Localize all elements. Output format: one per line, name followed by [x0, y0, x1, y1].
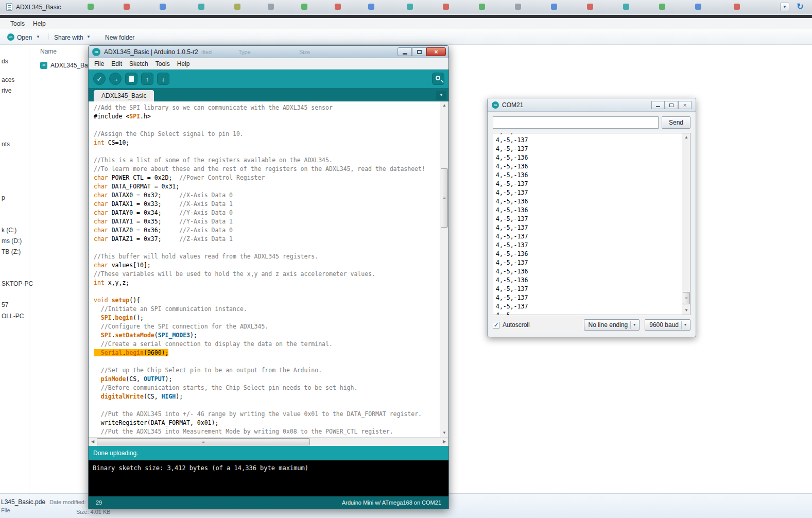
- desktop: ADXL345_Basic ▼ ↻ Tools Help ∞ Open ▼ | …: [0, 0, 812, 518]
- maximize-icon: [417, 50, 422, 54]
- desktop-icon: [368, 4, 374, 10]
- column-header-name[interactable]: Name: [40, 48, 57, 55]
- desktop-icon: [160, 4, 166, 10]
- chevron-down-icon[interactable]: ▼: [780, 3, 789, 11]
- nav-item[interactable]: nts: [2, 141, 10, 148]
- ide-menu-edit[interactable]: Edit: [108, 59, 126, 68]
- line-number: 29: [96, 499, 102, 506]
- desktop-icon: [695, 4, 701, 10]
- tab-sketch[interactable]: ADXL345_Basic: [94, 90, 154, 101]
- new-page-icon: [129, 76, 134, 82]
- arduino-app-icon: ∞: [7, 33, 14, 41]
- explorer-titlebar: ADXL345_Basic ▼ ↻: [0, 0, 812, 14]
- serial-monitor-button[interactable]: [432, 73, 444, 85]
- explorer-command-bar: ∞ Open ▼ | Share with ▼ New folder: [0, 30, 812, 45]
- arduino-logo-icon: ∞: [92, 48, 100, 56]
- explorer-window-title: ADXL345_Basic: [16, 4, 61, 11]
- tab-menu-button[interactable]: ▼: [436, 91, 446, 100]
- editor-horizontal-scrollbar[interactable]: ◀ ≡ ▶: [89, 437, 448, 446]
- nav-item[interactable]: k (C:): [2, 227, 16, 234]
- serial-line: 4,-5,-137: [496, 258, 681, 267]
- file-row[interactable]: ∞ ADXL345_Bas: [40, 62, 91, 69]
- serial-line: 4,-5,-137: [496, 302, 681, 311]
- serial-line: 4,-5,-136: [496, 250, 681, 258]
- scroll-down-icon[interactable]: ▼: [682, 306, 690, 315]
- right-arrow-icon: →: [112, 75, 119, 83]
- refresh-icon[interactable]: ↻: [794, 2, 806, 12]
- nav-item[interactable]: TB (Z:): [2, 248, 21, 255]
- serial-line: 4,-5,-136: [496, 162, 681, 171]
- desktop-icon: [407, 4, 413, 10]
- baud-select[interactable]: 9600 baud ▼: [645, 319, 690, 331]
- nav-item[interactable]: p: [2, 194, 5, 201]
- console-line: Binary sketch size: 3,412 bytes (of a 14…: [93, 464, 444, 472]
- ghost-column: Size: [299, 49, 310, 55]
- arduino-logo-icon: ∞: [492, 101, 499, 109]
- toolbar-separator: |: [47, 32, 49, 40]
- serial-line: 4,-5,-137: [496, 241, 681, 250]
- scroll-right-icon[interactable]: ▶: [440, 438, 448, 446]
- upload-button[interactable]: →: [109, 73, 122, 85]
- open-sketch-button[interactable]: ↑: [141, 73, 153, 85]
- scroll-up-icon[interactable]: ▲: [682, 133, 690, 142]
- chevron-down-icon[interactable]: ▼: [36, 34, 40, 39]
- minimize-button[interactable]: [651, 101, 665, 109]
- scroll-up-icon[interactable]: ▲: [440, 101, 448, 110]
- menu-help[interactable]: Help: [33, 20, 46, 27]
- desktop-icon: [587, 4, 593, 10]
- scrollbar-thumb[interactable]: ≡: [441, 168, 448, 228]
- sketch-file-icon: ∞: [40, 62, 47, 69]
- ide-menu-help[interactable]: Help: [174, 59, 194, 68]
- details-type: File: [1, 507, 10, 513]
- serial-window-title: COM21: [502, 101, 523, 109]
- chevron-down-icon: ▼: [681, 321, 689, 329]
- scrollbar-thumb[interactable]: ≡: [683, 292, 690, 304]
- nav-item[interactable]: rive: [2, 87, 11, 94]
- nav-item[interactable]: 57: [2, 301, 8, 308]
- share-with-button[interactable]: Share with: [54, 34, 83, 41]
- explorer-nav-pane: ds aces rive nts p k (C:) ms (D:) TB (Z:…: [0, 45, 29, 493]
- ide-menu-sketch[interactable]: Sketch: [126, 59, 152, 68]
- serial-input[interactable]: [493, 116, 659, 129]
- serial-line: 4,-5,-137: [496, 188, 681, 197]
- scrollbar-thumb[interactable]: ≡: [97, 438, 310, 445]
- serial-lines: 4,-5,-1374,-5,-1374,-5,-1374,-5,-1364,-5…: [496, 133, 681, 315]
- line-ending-select[interactable]: No line ending ▼: [584, 319, 640, 331]
- serial-scrollbar[interactable]: ▲ ≡ ▼: [682, 133, 690, 315]
- scroll-left-icon[interactable]: ◀: [89, 438, 97, 446]
- nav-item[interactable]: ds: [2, 58, 8, 65]
- menu-tools[interactable]: Tools: [10, 20, 25, 27]
- minimize-button[interactable]: [398, 47, 412, 56]
- nav-item[interactable]: ms (D:): [2, 237, 22, 245]
- ide-menu-tools[interactable]: Tools: [152, 59, 174, 68]
- board-port-label: Arduino Mini w/ ATmega168 on COM21: [342, 499, 441, 506]
- close-button[interactable]: ×: [678, 101, 692, 109]
- nav-item[interactable]: aces: [2, 76, 14, 83]
- desktop-icon: [301, 4, 307, 10]
- chevron-down-icon[interactable]: ▼: [87, 34, 91, 39]
- serial-titlebar: ∞ COM21 ×: [488, 98, 696, 112]
- editor-vertical-scrollbar[interactable]: ▲ ≡ ▼: [440, 101, 448, 437]
- code-editor[interactable]: //Add the SPI library so we can communic…: [89, 101, 448, 437]
- save-sketch-button[interactable]: ↓: [157, 73, 169, 85]
- ide-console: Binary sketch size: 3,412 bytes (of a 14…: [89, 460, 448, 496]
- new-folder-button[interactable]: New folder: [105, 34, 134, 41]
- send-button[interactable]: Send: [662, 116, 690, 129]
- autoscroll-checkbox[interactable]: ✓: [493, 322, 499, 329]
- scroll-down-icon[interactable]: ▼: [440, 429, 448, 437]
- new-sketch-button[interactable]: [125, 73, 137, 85]
- nav-item[interactable]: SKTOP-PC: [2, 280, 33, 287]
- serial-output: 4,-5,-1374,-5,-1374,-5,-1374,-5,-1364,-5…: [493, 133, 690, 315]
- maximize-icon: [669, 103, 673, 107]
- close-button[interactable]: ×: [426, 47, 446, 56]
- maximize-button[interactable]: [665, 101, 678, 109]
- ide-status-message: Done uploading.: [89, 446, 448, 460]
- ide-menu-file[interactable]: File: [91, 59, 108, 68]
- verify-button[interactable]: ✓: [93, 73, 106, 85]
- ghost-column: ified: [201, 49, 212, 55]
- desktop-icon: [623, 4, 629, 10]
- open-button[interactable]: Open: [17, 34, 32, 41]
- serial-line: 4,-5,-137: [496, 180, 681, 188]
- maximize-button[interactable]: [412, 47, 426, 56]
- nav-item[interactable]: OLL-PC: [2, 313, 24, 320]
